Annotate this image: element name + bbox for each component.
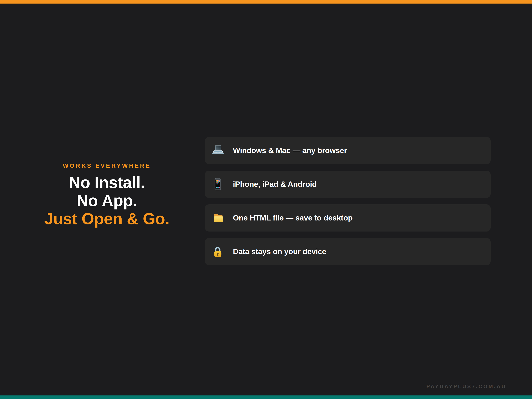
top-accent-bar [0, 0, 532, 4]
bottom-accent-bar [0, 395, 532, 399]
smartphone-icon [210, 178, 225, 191]
laptop-icon [210, 144, 225, 157]
feature-card-file: One HTML file — save to desktop [205, 204, 491, 232]
headline-line-1: No Install. [69, 173, 145, 191]
watermark-text: PAYDAYPLUS7.COM.AU [426, 383, 506, 390]
feature-label: Data stays on your device [233, 247, 326, 256]
feature-card-browsers: Windows & Mac — any browser [205, 137, 491, 164]
hero-block: WORKS EVERYWHERE No Install. No App. Jus… [33, 162, 180, 228]
folder-icon [210, 211, 225, 224]
hero-eyebrow: WORKS EVERYWHERE [33, 162, 180, 169]
lock-icon [210, 245, 225, 258]
headline-line-3: Just Open & Go. [44, 210, 170, 228]
feature-card-list: Windows & Mac — any browser [205, 137, 491, 265]
feature-label: One HTML file — save to desktop [233, 214, 353, 222]
slide-canvas: WORKS EVERYWHERE No Install. No App. Jus… [0, 0, 532, 399]
feature-label: iPhone, iPad & Android [233, 180, 317, 189]
feature-label: Windows & Mac — any browser [233, 146, 347, 155]
feature-card-privacy: Data stays on your device [205, 238, 491, 265]
hero-headline: No Install. No App. Just Open & Go. [33, 173, 180, 228]
headline-line-2: No App. [77, 191, 137, 209]
feature-card-mobile: iPhone, iPad & Android [205, 171, 491, 198]
